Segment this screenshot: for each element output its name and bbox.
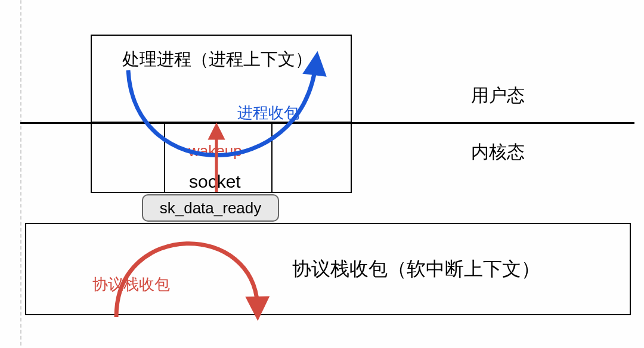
sk-data-ready-label: sk_data_ready (160, 199, 262, 218)
kernel-space-label: 内核态 (471, 140, 525, 164)
user-kernel-divider (20, 122, 634, 124)
process-recv-label: 进程收包 (237, 102, 299, 123)
user-space-label: 用户态 (471, 83, 525, 108)
process-context-title: 处理进程（进程上下文） (122, 48, 312, 72)
protocol-stack-title: 协议栈收包（软中断上下文） (292, 256, 540, 282)
sk-data-ready-box: sk_data_ready (142, 194, 279, 222)
socket-label: socket (189, 172, 241, 192)
protocol-recv-arrow-label: 协议栈收包 (92, 274, 170, 295)
wakeup-label: wakeup (188, 142, 242, 160)
